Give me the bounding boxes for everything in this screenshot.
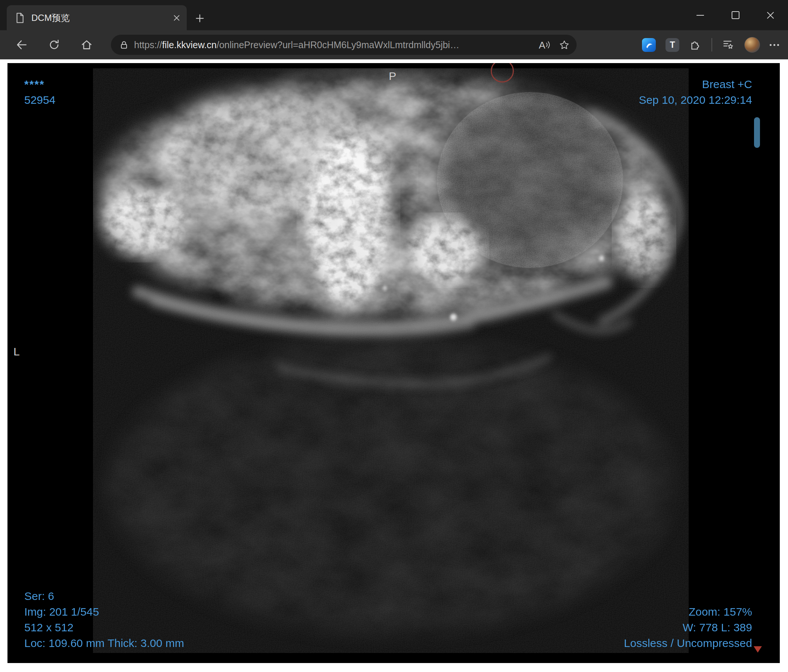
url-domain: file.kkview.cn [162,40,217,50]
page-content: **** 52954 Breast +C Sep 10, 2020 12:29:… [0,59,788,672]
read-aloud-letter: A [539,40,545,50]
matrix-size: 512 x 512 [24,620,184,636]
overlay-bottom-right: Zoom: 157% W: 778 L: 389 Lossless / Unco… [624,604,752,651]
settings-more-icon[interactable] [770,44,779,46]
extension-icon-t[interactable]: T [666,38,679,52]
patient-id: 52954 [24,92,55,108]
tab-close-icon[interactable] [173,14,181,22]
browser-tab[interactable]: DCM预览 [7,5,187,30]
overlay-top-left: **** 52954 [24,76,55,108]
extension-t-label: T [670,40,675,50]
orientation-marker-left: L [13,346,20,358]
maximize-button[interactable] [718,0,753,30]
home-button[interactable] [78,36,95,53]
slice-location: Loc: 109.60 mm Thick: 3.00 mm [24,636,184,651]
extension-icon-blue[interactable] [642,38,656,52]
url-scheme: https:// [134,40,162,50]
toolbar-right: T [642,37,779,52]
orientation-marker-posterior: P [386,70,399,82]
refresh-button[interactable] [46,36,62,53]
title-bar: DCM预览 [0,0,788,30]
viewer-scrollbar-thumb[interactable] [754,117,760,148]
window-level: W: 778 L: 389 [624,620,752,636]
back-button[interactable] [13,36,30,53]
series-number: Ser: 6 [24,588,184,604]
favorite-star-icon[interactable] [559,39,570,51]
window-controls [683,0,788,30]
compression-info: Lossless / Uncompressed [624,636,752,651]
url-text: https://file.kkview.cn/onlinePreview?url… [134,40,534,51]
navigation-bar: https://file.kkview.cn/onlinePreview?url… [0,30,788,59]
profile-avatar[interactable] [744,37,760,52]
overlay-top-right: Breast +C Sep 10, 2020 12:29:14 [639,76,752,108]
lock-icon [119,40,129,50]
image-number: Img: 201 1/545 [24,604,184,620]
minimize-button[interactable] [683,0,718,30]
page-document-icon [14,12,25,24]
new-tab-button[interactable] [191,10,208,27]
study-description: Breast +C [639,76,752,92]
read-aloud-icon[interactable]: A [539,40,550,50]
favorites-list-icon[interactable] [722,38,735,51]
tab-title: DCM预览 [31,12,167,24]
url-path: /onlinePreview?url=aHR0cHM6Ly9maWxlLmtrd… [217,40,459,50]
viewer-scroll-down-arrow[interactable] [754,646,762,653]
close-button[interactable] [753,0,788,30]
address-bar[interactable]: https://file.kkview.cn/onlinePreview?url… [111,35,577,55]
mri-image [93,68,689,653]
extensions-puzzle-icon[interactable] [689,38,702,51]
dicom-viewer[interactable]: **** 52954 Breast +C Sep 10, 2020 12:29:… [8,63,780,663]
study-datetime: Sep 10, 2020 12:29:14 [639,92,752,108]
overlay-bottom-left: Ser: 6 Img: 201 1/545 512 x 512 Loc: 109… [24,588,184,651]
patient-name-masked: **** [24,76,55,92]
browser-window: DCM预览 [0,0,788,672]
toolbar-divider [712,38,712,52]
zoom-level: Zoom: 157% [624,604,752,620]
